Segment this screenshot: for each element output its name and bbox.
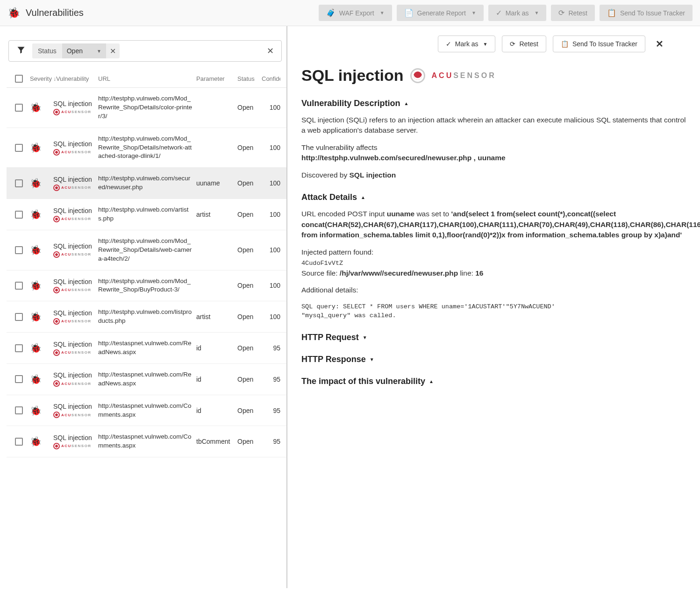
row-url: http://testphp.vulnweb.com/Mod_Rewrite_S…: [98, 237, 193, 263]
row-status: Open: [237, 246, 253, 254]
acusensor-ring-icon: [53, 216, 60, 222]
clipboard-icon: 📋: [607, 8, 616, 17]
section-attack-details[interactable]: Attack Details ▲: [301, 192, 686, 202]
filter-chip-label: Status: [32, 43, 62, 58]
section-label: HTTP Request: [301, 333, 359, 342]
mark-as-button[interactable]: ✓ Mark as ▼: [488, 5, 547, 21]
row-checkbox[interactable]: [15, 406, 23, 414]
row-confidence: 100: [270, 282, 280, 289]
row-confidence: 100: [270, 246, 280, 254]
detail-actions: ✓ Mark as ▼ ⟳ Retest 📋 Send To Issue Tra…: [301, 36, 667, 52]
row-status: Open: [237, 344, 253, 352]
row-checkbox[interactable]: [15, 344, 23, 352]
acusensor-ring-icon: [53, 412, 60, 418]
row-url: http://testaspnet.vulnweb.com/ReadNews.a…: [98, 339, 193, 357]
filter-chip-remove[interactable]: ✕: [106, 47, 120, 56]
caret-up-icon: ▲: [429, 379, 434, 384]
filter-icon[interactable]: [14, 45, 29, 57]
close-detail-button[interactable]: ✕: [652, 36, 667, 51]
row-confidence: 100: [270, 104, 280, 111]
severity-bug-icon: 🐞: [30, 245, 42, 255]
detail-retest-button[interactable]: ⟳ Retest: [502, 36, 546, 52]
row-checkbox[interactable]: [15, 179, 23, 187]
mark-as-label: Mark as: [506, 9, 529, 17]
section-label: Attack Details: [301, 192, 357, 202]
table-row[interactable]: 🐞SQL injectionACUSENSORhttp://testphp.vu…: [7, 270, 286, 302]
col-confidence[interactable]: Confidence: [262, 75, 280, 82]
row-status: Open: [237, 407, 253, 414]
detail-tracker-button[interactable]: 📋 Send To Issue Tracker: [553, 36, 645, 52]
row-url: http://testaspnet.vulnweb.com/Comments.a…: [98, 433, 193, 450]
col-severity[interactable]: Severity: [29, 75, 53, 82]
waf-export-button[interactable]: 🧳 WAF Export ▼: [319, 5, 392, 21]
table-row[interactable]: 🐞SQL injectionACUSENSORhttp://testaspnet…: [7, 333, 286, 364]
col-status[interactable]: Status: [237, 75, 262, 82]
acusensor-badge: ACUSENSOR: [53, 443, 98, 449]
send-tracker-button[interactable]: 📋 Send To Issue Tracker: [600, 5, 693, 21]
retest-button[interactable]: ⟳ Retest: [551, 5, 594, 21]
filter-chip-status: Status Open ▼ ✕: [32, 43, 120, 58]
col-parameter[interactable]: Parameter: [196, 75, 237, 82]
row-url: http://testphp.vulnweb.com/Mod_Rewrite_S…: [98, 277, 193, 295]
refresh-icon: ⟳: [510, 40, 515, 48]
table-row[interactable]: 🐞SQL injectionACUSENSORhttp://testphp.vu…: [7, 168, 286, 199]
acusensor-logo-text: ACUSENSOR: [432, 71, 496, 80]
acusensor-ring-icon: [53, 149, 60, 156]
acusensor-ring-icon: [53, 109, 60, 115]
table-row[interactable]: 🐞SQL injectionACUSENSORhttp://testphp.vu…: [7, 301, 286, 333]
row-parameter: id: [196, 344, 201, 352]
row-status: Open: [237, 376, 253, 383]
vuln-name: SQL injection: [53, 100, 98, 107]
row-parameter: id: [196, 376, 201, 383]
refresh-icon: ⟳: [558, 8, 564, 17]
discovered-text: Discovered by SQL injection: [301, 170, 686, 180]
section-vuln-description[interactable]: Vulnerability Description ▲: [301, 99, 686, 108]
row-parameter: tbComment: [196, 438, 230, 445]
acusensor-badge: ACUSENSOR: [53, 109, 98, 115]
row-checkbox[interactable]: [15, 313, 23, 321]
section-http-request[interactable]: HTTP Request ▼: [301, 333, 686, 342]
row-checkbox[interactable]: [15, 104, 23, 112]
attack-payload-text: URL encoded POST input uuname was set to…: [301, 209, 686, 240]
row-status: Open: [237, 144, 253, 151]
row-checkbox[interactable]: [15, 246, 23, 254]
row-checkbox[interactable]: [15, 375, 23, 383]
acusensor-badge: ACUSENSOR: [53, 251, 98, 258]
detail-title-row: SQL injection ACUSENSOR: [301, 66, 686, 85]
row-parameter: id: [196, 407, 201, 414]
section-impact[interactable]: The impact of this vulnerability ▲: [301, 377, 686, 386]
table-row[interactable]: 🐞SQL injectionACUSENSORhttp://testphp.vu…: [7, 88, 286, 128]
col-url[interactable]: URL: [98, 75, 196, 82]
vuln-name: SQL injection: [53, 242, 98, 250]
section-http-response[interactable]: HTTP Response ▼: [301, 355, 686, 364]
filter-chip-select[interactable]: Open ▼: [62, 43, 106, 58]
vuln-name: SQL injection: [53, 309, 98, 317]
table-row[interactable]: 🐞SQL injectionACUSENSORhttp://testphp.vu…: [7, 230, 286, 270]
acusensor-ring-icon: [53, 287, 60, 293]
table-row[interactable]: 🐞SQL injectionACUSENSORhttp://testphp.vu…: [7, 128, 286, 168]
send-tracker-label: Send To Issue Tracker: [620, 9, 685, 17]
table-row[interactable]: 🐞SQL injectionACUSENSORhttp://testphp.vu…: [7, 199, 286, 230]
row-checkbox[interactable]: [15, 438, 23, 446]
vuln-name: SQL injection: [53, 371, 98, 379]
select-all-checkbox[interactable]: [15, 75, 23, 83]
row-parameter: artist: [196, 313, 210, 320]
row-checkbox[interactable]: [15, 282, 23, 290]
vuln-name: SQL injection: [53, 176, 98, 183]
affects-url: http://testphp.vulnweb.com/secured/newus…: [301, 154, 506, 162]
retest-label: Retest: [568, 9, 587, 17]
col-vulnerability[interactable]: ↓Vulnerability: [53, 75, 98, 82]
generate-report-button[interactable]: 📄 Generate Report ▼: [397, 5, 484, 21]
acusensor-badge: ACUSENSOR: [53, 380, 98, 387]
table-row[interactable]: 🐞SQL injectionACUSENSORhttp://testaspnet…: [7, 426, 286, 457]
clear-filters-button[interactable]: ✕: [264, 46, 277, 56]
table-row[interactable]: 🐞SQL injectionACUSENSORhttp://testaspnet…: [7, 395, 286, 427]
table-row[interactable]: 🐞SQL injectionACUSENSORhttp://testaspnet…: [7, 364, 286, 395]
row-url: http://testaspnet.vulnweb.com/Comments.a…: [98, 402, 193, 419]
severity-bug-icon: 🐞: [30, 209, 42, 220]
row-checkbox[interactable]: [15, 144, 23, 152]
row-checkbox[interactable]: [15, 211, 23, 219]
acusensor-badge: ACUSENSOR: [53, 149, 98, 156]
detail-mark-as-button[interactable]: ✓ Mark as ▼: [438, 36, 496, 52]
acusensor-badge: ACUSENSOR: [53, 287, 98, 293]
